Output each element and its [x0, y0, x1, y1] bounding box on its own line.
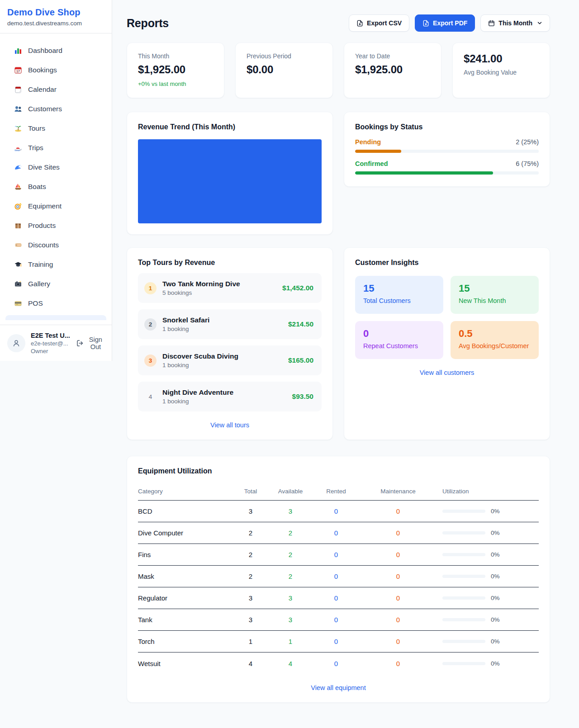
stat-card-avg-booking-value: $241.00 Avg Booking Value	[452, 43, 550, 98]
tour-name: Two Tank Morning Dive	[162, 280, 282, 288]
utilization-percent: 0%	[491, 508, 500, 515]
sidebar-item-calendar[interactable]: Calendar	[0, 80, 112, 99]
person-icon	[12, 339, 21, 348]
rented-cell: 0	[308, 594, 364, 602]
card-title: Top Tours by Revenue	[138, 259, 322, 267]
equipment-table: Category Total Available Rented Maintena…	[138, 482, 539, 674]
tour-revenue: $214.50	[288, 320, 313, 328]
maintenance-cell: 0	[364, 529, 432, 537]
column-header: Total	[228, 488, 273, 495]
tour-row: 2 Snorkel Safari 1 booking $214.50	[138, 309, 322, 339]
sidebar-item-label: Bookings	[28, 66, 57, 74]
package-icon	[14, 222, 23, 230]
top-tours-card: Top Tours by Revenue 1 Two Tank Morning …	[127, 247, 333, 440]
view-all-tours-link[interactable]: View all tours	[138, 421, 322, 429]
sidebar-item-trips[interactable]: Trips	[0, 138, 112, 157]
total-cell: 2	[228, 572, 273, 580]
sidebar-item-bookings[interactable]: 17 Bookings	[0, 60, 112, 80]
view-all-customers-link[interactable]: View all customers	[355, 369, 539, 376]
bookings-by-status-card: Bookings by Status Pending 2 (25%) Confi…	[344, 112, 550, 187]
calendar-date-icon: 17	[14, 66, 23, 74]
tile-value: 0.5	[459, 328, 531, 340]
sidebar-nav: Dashboard 17 Bookings Calendar Customers…	[0, 33, 112, 325]
table-row: Fins 2 2 0 0 0%	[138, 544, 539, 566]
stat-label: This Month	[138, 52, 213, 60]
available-cell: 4	[273, 660, 308, 667]
sidebar-item-label: Trips	[28, 144, 43, 152]
export-csv-label: Export CSV	[367, 19, 402, 27]
table-row: Wetsuit 4 4 0 0 0%	[138, 652, 539, 674]
available-cell: 2	[273, 572, 308, 580]
card-title: Equipment Utilization	[138, 467, 539, 475]
customer-insights-card: Customer Insights 15 Total Customers 15 …	[344, 247, 550, 440]
page-title: Reports	[127, 17, 169, 30]
sign-out-button[interactable]: Sign Out	[76, 336, 104, 350]
tour-row: 4 Night Dive Adventure 1 booking $93.50	[138, 382, 322, 411]
export-pdf-button[interactable]: Export PDF	[415, 14, 475, 32]
diving-mask-icon	[14, 202, 23, 210]
period-dropdown[interactable]: This Month	[480, 14, 550, 32]
sidebar-item-discounts[interactable]: Discounts	[0, 235, 112, 255]
utilization-bar	[442, 510, 485, 513]
view-all-equipment-link[interactable]: View all equipment	[138, 684, 539, 691]
sidebar-item-training[interactable]: Training	[0, 255, 112, 274]
user-meta: E2E Test U... e2e-tester@... Owner	[31, 332, 70, 355]
tour-bookings: 1 booking	[162, 398, 292, 405]
sidebar-item-tours[interactable]: Tours	[0, 118, 112, 138]
sidebar-item-gallery[interactable]: Gallery	[0, 274, 112, 293]
sidebar-item-customers[interactable]: Customers	[0, 99, 112, 118]
utilization-cell: 0%	[432, 595, 539, 601]
sidebar-item-dashboard[interactable]: Dashboard	[0, 41, 112, 60]
total-cell: 3	[228, 616, 273, 624]
sidebar-item-pos[interactable]: POS	[0, 293, 112, 313]
tour-bookings: 5 bookings	[162, 289, 282, 296]
maintenance-cell: 0	[364, 572, 432, 580]
utilization-bar	[442, 553, 485, 556]
column-header: Available	[273, 488, 308, 495]
stats-row: This Month $1,925.00 +0% vs last month P…	[127, 43, 550, 98]
charts-row: Revenue Trend (This Month) Bookings by S…	[127, 112, 550, 235]
utilization-percent: 0%	[491, 551, 500, 558]
progress-track	[355, 150, 539, 153]
category-cell: Tank	[138, 616, 228, 624]
utilization-percent: 0%	[491, 638, 500, 645]
available-cell: 1	[273, 638, 308, 645]
tile-label: Repeat Customers	[363, 342, 435, 350]
tour-revenue: $1,452.00	[282, 284, 313, 292]
card-title: Customer Insights	[355, 259, 539, 267]
rank-badge: 3	[144, 355, 157, 367]
category-cell: Mask	[138, 572, 228, 580]
equipment-utilization-card: Equipment Utilization Category Total Ava…	[127, 456, 550, 703]
sidebar-item-label: Training	[28, 260, 53, 269]
sidebar-item-products[interactable]: Products	[0, 216, 112, 235]
sidebar-item-label: Calendar	[28, 85, 57, 94]
sidebar-item-label: Discounts	[28, 241, 59, 249]
available-cell: 3	[273, 616, 308, 624]
maintenance-cell: 0	[364, 638, 432, 645]
table-row: Mask 2 2 0 0 0%	[138, 566, 539, 587]
stat-delta: +0% vs last month	[138, 80, 213, 87]
camera-icon	[14, 280, 23, 288]
maintenance-cell: 0	[364, 660, 432, 667]
utilization-bar	[442, 596, 485, 600]
tile-value: 0	[363, 328, 435, 340]
people-icon	[14, 105, 23, 113]
tour-row: 3 Discover Scuba Diving 1 booking $165.0…	[138, 345, 322, 375]
table-row: BCD 3 3 0 0 0%	[138, 501, 539, 522]
utilization-bar	[442, 640, 485, 643]
main-content: Reports Export CSV Export PDF This Month	[112, 0, 579, 721]
rank-badge: 1	[144, 282, 157, 294]
sidebar-item-reports-partial[interactable]	[5, 315, 106, 320]
sailboat-icon	[14, 183, 23, 191]
tile-repeat-customers: 0 Repeat Customers	[355, 321, 443, 359]
brand-name[interactable]: Demo Dive Shop	[7, 7, 104, 18]
category-cell: Wetsuit	[138, 660, 228, 667]
sidebar-item-boats[interactable]: Boats	[0, 177, 112, 196]
sidebar-item-dive-sites[interactable]: Dive Sites	[0, 157, 112, 177]
tile-avg-bookings-customer: 0.5 Avg Bookings/Customer	[451, 321, 539, 359]
tour-name: Night Dive Adventure	[162, 388, 292, 397]
sidebar-item-equipment[interactable]: Equipment	[0, 196, 112, 216]
calendar-icon	[488, 20, 495, 27]
tour-name: Discover Scuba Diving	[162, 352, 288, 360]
export-csv-button[interactable]: Export CSV	[349, 14, 409, 32]
